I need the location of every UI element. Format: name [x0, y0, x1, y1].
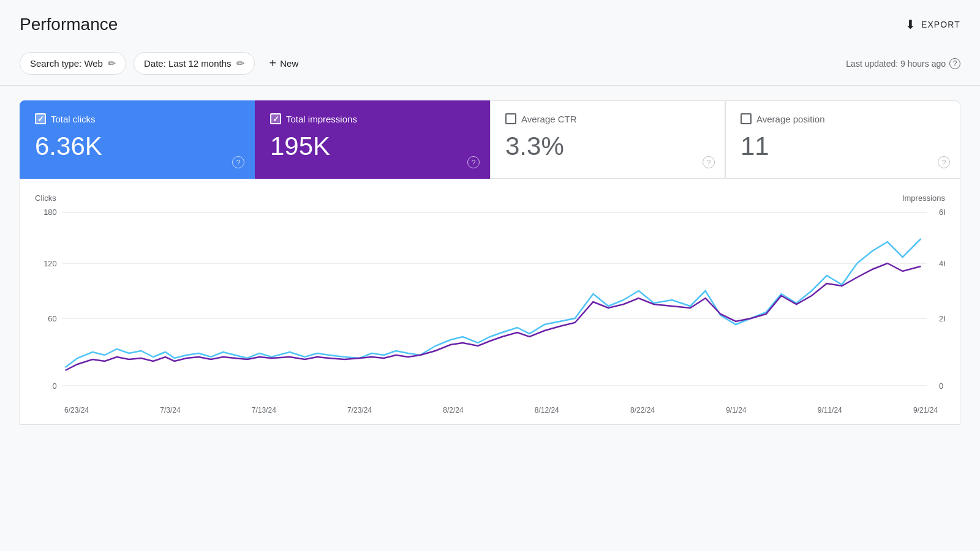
new-label: New [280, 58, 298, 69]
metric-checkbox-impressions[interactable]: ✓ [270, 113, 281, 124]
clicks-line [66, 239, 921, 367]
svg-text:6K: 6K [939, 208, 945, 217]
new-button[interactable]: + New [262, 51, 306, 75]
download-icon: ⬇ [905, 17, 916, 32]
metric-label-ctr: Average CTR [521, 114, 577, 124]
metric-help-ctr[interactable]: ? [703, 156, 715, 168]
x-label-6: 8/12/24 [535, 406, 559, 414]
chart-container: Clicks Impressions 180 120 60 0 6K 4K 2K… [20, 179, 960, 425]
last-updated: Last updated: 9 hours ago ? [846, 58, 960, 69]
metric-card-avg-position[interactable]: Average position 11 ? [725, 100, 960, 179]
svg-text:0: 0 [939, 381, 943, 391]
metric-header: Average CTR [505, 113, 710, 124]
svg-text:60: 60 [48, 314, 56, 323]
metric-value-position: 11 [741, 132, 945, 161]
edit-icon: ✏ [236, 58, 244, 69]
svg-text:120: 120 [43, 259, 56, 268]
svg-text:4K: 4K [939, 259, 945, 268]
metric-help-clicks[interactable]: ? [232, 156, 244, 168]
info-icon[interactable]: ? [949, 58, 960, 69]
svg-text:0: 0 [53, 381, 57, 391]
metric-header: ✓ Total clicks [35, 113, 239, 124]
metric-help-impressions[interactable]: ? [467, 156, 480, 168]
metric-checkbox-clicks[interactable]: ✓ [35, 113, 46, 124]
chart-left-axis-label: Clicks [35, 193, 56, 203]
checkmark-icon: ✓ [37, 114, 44, 124]
metrics-row: ✓ Total clicks 6.36K ? ✓ Total impressio… [0, 100, 980, 179]
metric-checkbox-ctr[interactable] [505, 113, 516, 124]
date-filter[interactable]: Date: Last 12 months ✏ [134, 52, 255, 75]
metric-card-total-impressions[interactable]: ✓ Total impressions 195K ? [255, 100, 490, 179]
metric-label-clicks: Total clicks [51, 114, 96, 124]
metric-value-clicks: 6.36K [35, 132, 239, 161]
metric-header: ✓ Total impressions [270, 113, 475, 124]
x-label-5: 8/2/24 [443, 406, 463, 414]
page-header: Performance ⬇ EXPORT [0, 0, 980, 44]
x-axis-labels: 6/23/24 7/3/24 7/13/24 7/23/24 8/2/24 8/… [35, 403, 945, 414]
export-label: EXPORT [921, 20, 960, 29]
x-label-7: 8/22/24 [630, 406, 655, 414]
svg-text:180: 180 [43, 208, 56, 217]
search-type-label: Search type: Web [30, 58, 103, 69]
metric-card-total-clicks[interactable]: ✓ Total clicks 6.36K ? [20, 100, 255, 179]
chart-right-axis-label: Impressions [902, 193, 945, 203]
last-updated-text: Last updated: 9 hours ago [846, 59, 946, 69]
toolbar: Search type: Web ✏ Date: Last 12 months … [0, 44, 980, 86]
date-label: Date: Last 12 months [144, 58, 232, 69]
metric-card-avg-ctr[interactable]: Average CTR 3.3% ? [490, 100, 725, 179]
performance-chart: 180 120 60 0 6K 4K 2K 0 [35, 205, 945, 401]
x-label-2: 7/3/24 [160, 406, 180, 414]
plus-icon: + [270, 56, 277, 70]
x-label-10: 9/21/24 [913, 406, 938, 414]
export-button[interactable]: ⬇ EXPORT [905, 17, 960, 32]
x-label-4: 7/23/24 [347, 406, 372, 414]
x-label-9: 9/11/24 [818, 406, 842, 414]
x-label-8: 9/1/24 [726, 406, 746, 414]
metric-label-impressions: Total impressions [286, 114, 357, 124]
metric-value-impressions: 195K [270, 132, 475, 161]
checkmark-icon: ✓ [273, 114, 279, 124]
metric-value-ctr: 3.3% [505, 132, 710, 161]
metric-header: Average position [741, 113, 945, 124]
edit-icon: ✏ [108, 58, 116, 69]
page-title: Performance [20, 15, 118, 34]
metric-checkbox-position[interactable] [741, 113, 752, 124]
search-type-filter[interactable]: Search type: Web ✏ [20, 52, 126, 75]
metric-label-position: Average position [756, 114, 824, 124]
metric-help-position[interactable]: ? [938, 156, 950, 168]
x-label-3: 7/13/24 [252, 406, 276, 414]
x-label-1: 6/23/24 [64, 406, 89, 414]
svg-text:2K: 2K [939, 314, 945, 323]
